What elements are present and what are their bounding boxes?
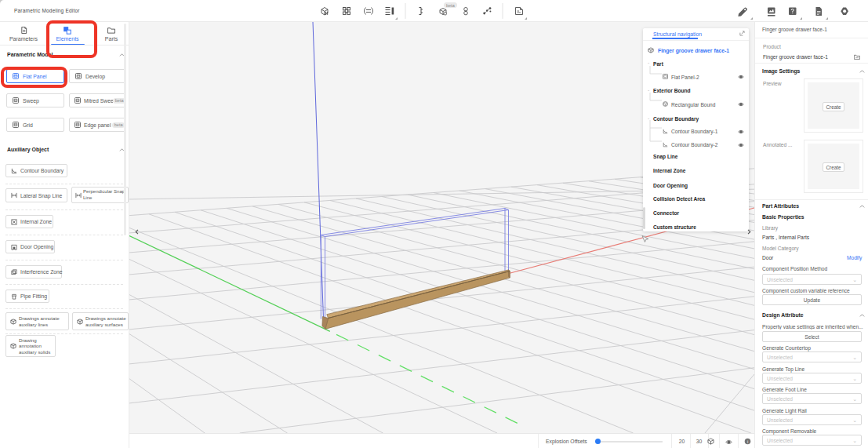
svg-text:i: i [747, 439, 748, 444]
